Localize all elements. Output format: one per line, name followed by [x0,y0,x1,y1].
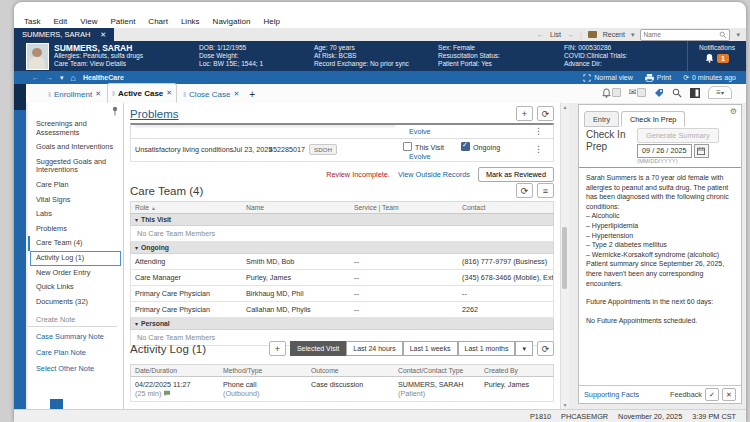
menu-chart[interactable]: Chart [148,17,168,26]
supporting-facts-link[interactable]: Supporting Facts [584,390,639,399]
filter-dropdown-button[interactable]: ▾ [515,341,533,356]
add-problem-button[interactable]: + [516,106,533,121]
sidebar-item-care-plan[interactable]: Care Plan [28,178,123,193]
col-date-duration[interactable]: Date/Duration [131,365,219,376]
evolve-link[interactable]: Evolve [409,152,431,161]
feedback-negative-button[interactable]: ✕ [722,388,736,401]
new-tab-button[interactable]: + [249,89,255,100]
forward-icon[interactable]: → [46,74,53,81]
chevron-down-icon[interactable]: ▾ [631,31,635,39]
patient-search-input[interactable] [641,31,719,38]
search-icon[interactable] [672,88,682,98]
problems-heading[interactable]: Problems [130,108,179,120]
feedback-positive-button[interactable]: ✓ [705,388,719,401]
col-outcome[interactable]: Outcome [307,365,394,376]
layout-menu-button[interactable]: ≡▾ [708,86,732,99]
kebab-icon[interactable]: ⋮ [534,126,543,136]
sidebar-item-labs[interactable]: Labs [28,207,123,222]
link-case-summary-note[interactable]: Case Summary Note [28,327,123,343]
refresh-activity-button[interactable]: ⟳ [537,341,554,356]
sidebar-item-new-order-entry[interactable]: New Order Entry [28,266,123,281]
refresh-status[interactable]: ⟳ 0 minutes ago [683,74,736,82]
col-role[interactable]: Role ▲ [131,202,242,213]
generate-summary-button[interactable]: Generate Summary [637,128,719,143]
group-this-visit[interactable]: ▾This Visit [130,214,554,226]
sidebar-item-problems[interactable]: Problems [28,222,123,237]
recent-label[interactable]: Recent [603,31,625,38]
checkbox-checked-icon[interactable] [461,142,470,151]
ongoing-checkbox[interactable]: Ongoing [461,142,500,152]
link-care-plan-note[interactable]: Care Plan Note [28,343,123,359]
col-contact[interactable]: Contact [458,202,553,213]
add-activity-button[interactable]: + [269,341,286,356]
home-icon[interactable]: ⌂ [71,73,76,83]
chevron-down-icon[interactable]: ▾ [736,31,740,39]
bell-icon[interactable] [705,53,714,63]
col-name[interactable]: Name [242,202,350,213]
scroll-down-icon[interactable]: ▼ [561,402,569,408]
patient-tab[interactable]: SUMMERS, SARAH ✕ [14,28,114,41]
panels-icon[interactable] [690,88,700,98]
list-label[interactable]: List [550,31,561,38]
col-created-by[interactable]: Created By [480,365,553,376]
filter-last-1-weeks[interactable]: Last 1 weeks [403,341,458,356]
mark-as-reviewed-button[interactable]: Mark as Reviewed [478,167,554,182]
tab-enrollment[interactable]: ‖ Enrollment ✕ [44,85,105,103]
sidebar-item-documents[interactable]: Documents (32) [28,295,123,310]
close-icon[interactable]: ✕ [95,90,101,98]
calendar-button[interactable] [694,144,709,158]
pin-icon[interactable] [111,106,119,116]
care-team-menu-button[interactable]: ≡ [537,183,554,198]
back-icon[interactable]: ← [32,74,39,81]
tab-entry[interactable]: Entry [584,111,619,127]
care-team-link[interactable]: Care Team: View Details [54,60,143,68]
sidebar-item-care-team[interactable]: Care Team (4) [28,236,123,251]
kebab-icon[interactable]: ⋮ [534,144,543,154]
main-scrollbar[interactable]: ▲ ▼ [560,103,569,409]
tab-active-case[interactable]: ‖ Active Case ✕ [107,83,177,103]
close-icon[interactable]: ✕ [166,89,172,97]
checkbox-icon[interactable] [403,142,412,151]
scrollbar-thumb[interactable] [562,227,567,289]
tab-close-case[interactable]: ‖ Close Case ✕ [179,85,243,103]
list-forward-icon[interactable]: → [567,31,574,38]
sidebar-item-quick-links[interactable]: Quick Links [28,280,123,295]
sidebar-item-vital-signs[interactable]: Vital Signs [28,193,123,208]
tag-icon[interactable] [654,88,664,98]
bell-icon[interactable] [602,88,611,98]
evolve-link[interactable]: Evolve [409,127,431,136]
sidebar-item-screenings[interactable]: Screenings and Assessments [28,117,123,140]
filter-selected-visit[interactable]: Selected Visit [290,341,346,356]
sidebar-item-suggested-goals[interactable]: Suggested Goals and Interventions [28,155,123,178]
scroll-up-icon[interactable]: ▲ [561,104,569,110]
group-personal[interactable]: ▾Personal [130,318,554,330]
group-ongoing[interactable]: ▾Ongoing [130,242,554,254]
print-button[interactable]: Print [645,74,671,82]
menu-task[interactable]: Task [24,17,40,26]
close-icon[interactable]: ✕ [100,31,106,39]
menu-links[interactable]: Links [181,17,200,26]
comment-icon[interactable] [163,390,171,397]
normal-view-button[interactable]: Normal view [583,74,633,82]
menu-edit[interactable]: Edit [53,17,67,26]
view-outside-records-link[interactable]: View Outside Records [398,170,470,179]
refresh-care-team-button[interactable]: ⟳ [516,183,533,198]
menu-help[interactable]: Help [263,17,279,26]
menu-navigation[interactable]: Navigation [213,17,251,26]
col-service-team[interactable]: Service | Team [350,202,458,213]
chevron-down-icon[interactable]: ▾ [60,74,64,82]
search-icon[interactable] [719,31,727,39]
list-back-icon[interactable]: ← [537,31,544,38]
menu-view[interactable]: View [80,17,97,26]
filter-last-1-months[interactable]: Last 1 months [458,341,516,356]
menu-patient[interactable]: Patient [110,17,135,26]
gear-icon[interactable]: ⚙ [730,107,737,116]
col-method-type[interactable]: Method/Type [219,365,307,376]
link-select-other-note[interactable]: Select Other Note [28,359,123,375]
close-icon[interactable]: ✕ [233,90,239,98]
sidebar-item-activity-log[interactable]: Activity Log (1) [30,251,121,266]
tab-check-in-prep[interactable]: Check In Prep [621,111,685,127]
mail-icon[interactable]: ✉ [629,88,637,97]
col-contact-type[interactable]: Contact/Contact Type [394,365,480,376]
prep-date-field[interactable]: 09 / 26 / 2025 [637,144,692,158]
